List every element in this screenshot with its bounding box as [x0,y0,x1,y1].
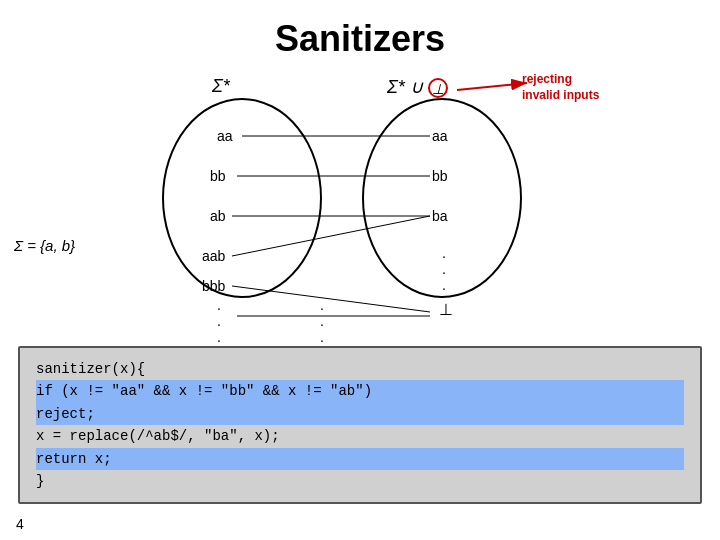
mid-dots: ··· [320,300,326,348]
code-line-4: x = replace(/^ab$/, "ba", x); [36,425,684,447]
right-item-aa: aa [432,128,448,144]
ellipse-right-label: Σ* ∪ ⊥ [387,76,448,98]
left-ellipse [162,98,322,298]
code-line-2: if (x != "aa" && x != "bb" && x != "ab") [36,380,684,402]
left-item-ab: ab [210,208,226,224]
venn-diagram: Σ* Σ* ∪ ⊥ rejectinginvalid inputs aa bb … [102,68,622,338]
right-item-bottom: ⊥ [439,300,453,319]
bottom-symbol-circled: ⊥ [428,78,448,98]
svg-line-0 [457,83,527,90]
sigma-label: Σ = {a, b} [14,237,84,254]
right-item-ba: ba [432,208,448,224]
code-line-5: return x; [36,448,684,470]
page-number: 4 [16,516,24,532]
left-item-bbb: bbb [202,278,225,294]
ellipse-left-label: Σ* [212,76,230,97]
code-line-1: sanitizer(x){ [36,358,684,380]
code-block: sanitizer(x){ if (x != "aa" && x != "bb"… [18,346,702,504]
code-highlight-5: return x; [36,448,684,470]
left-dots: ··· [217,300,223,348]
code-line-3: reject; [36,403,684,425]
right-item-bb: bb [432,168,448,184]
right-dots: ··· [442,248,448,296]
left-item-aab: aab [202,248,225,264]
reject-annotation: rejectinginvalid inputs [522,72,599,103]
left-item-bb: bb [210,168,226,184]
code-line-6: } [36,470,684,492]
left-item-aa: aa [217,128,233,144]
page-title: Sanitizers [0,0,720,60]
code-highlight-3: reject; [36,403,684,425]
code-highlight-2: if (x != "aa" && x != "bb" && x != "ab") [36,380,684,402]
